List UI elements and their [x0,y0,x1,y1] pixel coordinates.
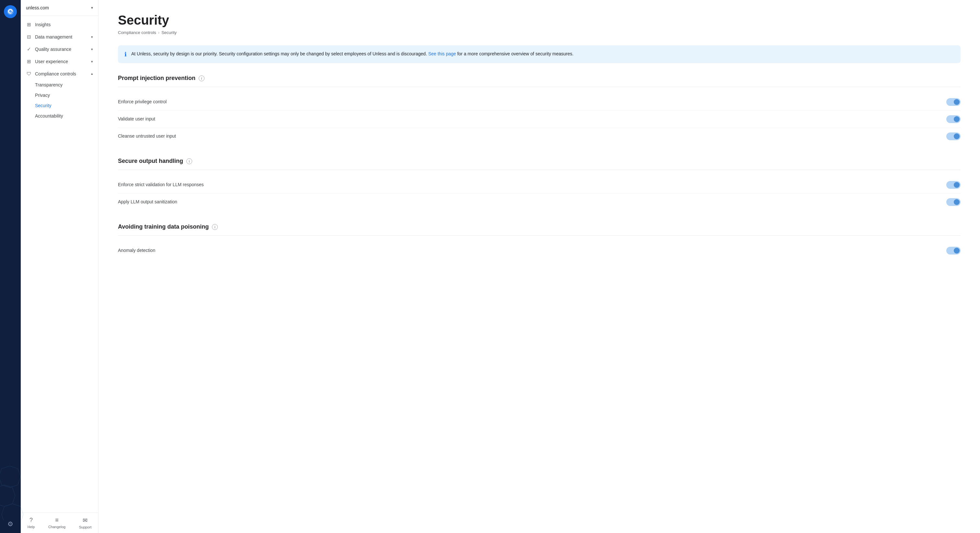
section-title-row-prompt-injection: Prompt injection prevention i [118,75,961,87]
sidebar-header: unless.com ▾ [21,0,98,16]
left-rail: ⚙ [0,0,21,533]
strict-validation-label: Enforce strict validation for LLM respon… [118,182,204,188]
strict-validation-toggle[interactable] [946,181,961,189]
toggle-row-llm-sanitization: Apply LLM output sanitization [118,194,961,211]
section-title-prompt-injection: Prompt injection prevention [118,75,196,82]
enforce-privilege-thumb [954,99,959,105]
svg-marker-1 [0,466,21,488]
sidebar-item-transparency[interactable]: Transparency [35,80,98,90]
sidebar-bottom: ? Help ≡ Changelog ✉ Support [21,512,98,533]
enforce-privilege-label: Enforce privilege control [118,99,167,105]
section-prompt-injection: Prompt injection prevention i Enforce pr… [118,75,961,145]
breadcrumb-parent[interactable]: Compliance controls [118,30,156,35]
svg-marker-2 [0,485,15,507]
svg-marker-3 [2,504,23,520]
sidebar-item-insights[interactable]: ⊞ Insights [21,19,98,31]
strict-validation-thumb [954,182,959,188]
company-name: unless.com [26,5,49,10]
quality-assurance-label: Quality assurance [35,47,71,52]
toggle-row-enforce-privilege: Enforce privilege control [118,94,961,111]
logo-icon [6,8,14,16]
training-data-info-icon[interactable]: i [212,224,218,230]
quality-assurance-icon: ✓ [26,46,32,52]
cleanse-input-thumb [954,133,959,139]
sidebar-item-data-management[interactable]: ⊟ Data management ▾ [21,31,98,43]
user-experience-chevron-icon: ▾ [91,60,93,64]
cleanse-input-toggle[interactable] [946,132,961,140]
anomaly-detection-label: Anomaly detection [118,247,155,254]
page-title: Security [118,13,961,27]
info-banner-icon: ℹ [124,51,127,58]
changelog-icon: ≡ [55,517,59,523]
toggle-row-anomaly-detection: Anomaly detection [118,242,961,259]
user-experience-icon: ⊞ [26,59,32,65]
sidebar-item-compliance-controls[interactable]: 🛡 Compliance controls ▴ [21,68,98,80]
section-secure-output: Secure output handling i Enforce strict … [118,158,961,211]
main-content: Security Compliance controls › Security … [99,0,980,533]
section-training-data: Avoiding training data poisoning i Anoma… [118,224,961,259]
settings-icon[interactable]: ⚙ [8,520,13,528]
breadcrumb-separator: › [158,30,159,35]
validate-input-label: Validate user input [118,116,155,122]
insights-label: Insights [35,22,51,27]
llm-sanitization-label: Apply LLM output sanitization [118,199,177,205]
info-banner: ℹ At Unless, security by design is our p… [118,45,961,63]
info-banner-link[interactable]: See this page [428,51,456,56]
breadcrumb-current: Security [161,30,177,35]
company-chevron-icon[interactable]: ▾ [91,5,93,10]
help-button[interactable]: ? Help [27,517,35,529]
quality-assurance-chevron-icon: ▾ [91,47,93,51]
anomaly-detection-thumb [954,248,959,254]
data-management-chevron-icon: ▾ [91,35,93,39]
compliance-chevron-icon: ▴ [91,71,93,76]
validate-input-thumb [954,116,959,122]
llm-sanitization-thumb [954,199,959,205]
sidebar-item-privacy[interactable]: Privacy [35,90,98,100]
anomaly-detection-toggle[interactable] [946,247,961,254]
sidebar-item-accountability[interactable]: Accountability [35,111,98,121]
llm-sanitization-toggle[interactable] [946,198,961,206]
help-icon: ? [30,517,33,523]
cleanse-input-label: Cleanse untrusted user input [118,133,176,140]
insights-icon: ⊞ [26,22,32,27]
compliance-label: Compliance controls [35,71,76,76]
sidebar-item-user-experience[interactable]: ⊞ User experience ▾ [21,56,98,68]
toggle-row-cleanse-input: Cleanse untrusted user input [118,128,961,145]
toggle-row-strict-validation: Enforce strict validation for LLM respon… [118,176,961,194]
section-title-secure-output: Secure output handling [118,158,183,165]
compliance-icon: 🛡 [26,71,32,76]
data-management-icon: ⊟ [26,34,32,40]
secure-output-info-icon[interactable]: i [186,159,192,164]
breadcrumb: Compliance controls › Security [118,30,961,35]
user-experience-label: User experience [35,59,68,64]
app-logo[interactable] [4,5,17,18]
prompt-injection-info-icon[interactable]: i [199,75,205,81]
changelog-button[interactable]: ≡ Changelog [48,517,65,529]
compliance-sub-nav: Transparency Privacy Security Accountabi… [21,80,98,121]
sidebar-item-security[interactable]: Security [35,100,98,111]
sidebar-item-quality-assurance[interactable]: ✓ Quality assurance ▾ [21,43,98,56]
data-management-label: Data management [35,34,72,40]
support-icon: ✉ [83,517,88,524]
sidebar-nav: ⊞ Insights ⊟ Data management ▾ ✓ Quality… [21,16,98,512]
toggle-row-validate-input: Validate user input [118,111,961,128]
info-banner-text: At Unless, security by design is our pri… [131,51,574,57]
section-title-row-training-data: Avoiding training data poisoning i [118,224,961,236]
validate-input-toggle[interactable] [946,115,961,123]
section-title-training-data: Avoiding training data poisoning [118,224,209,230]
sidebar: unless.com ▾ ⊞ Insights ⊟ Data managemen… [21,0,99,533]
enforce-privilege-toggle[interactable] [946,98,961,106]
support-button[interactable]: ✉ Support [79,517,92,529]
hex-decoration [0,466,26,520]
section-title-row-secure-output: Secure output handling i [118,158,961,170]
